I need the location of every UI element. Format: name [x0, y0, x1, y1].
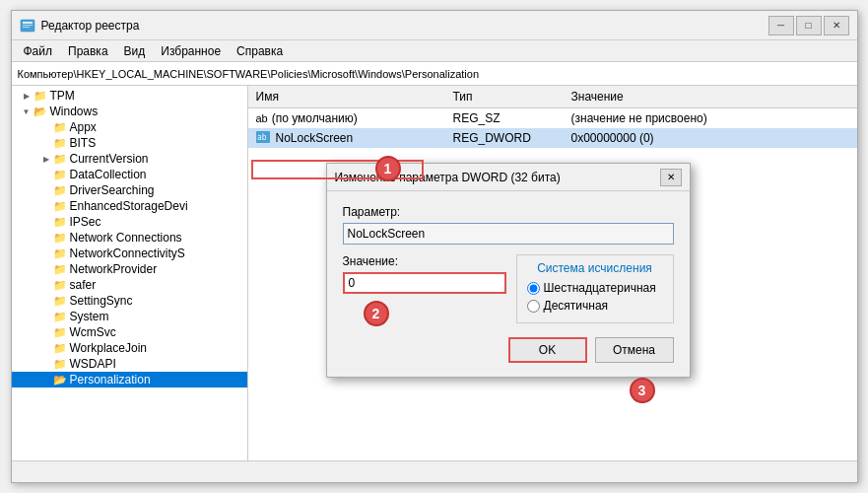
title-bar: Редактор реестра ─ □ ✕	[12, 11, 857, 40]
val-label-nolockscreen: NoLockScreen	[276, 131, 354, 145]
tree-label-dc: DataCollection	[70, 168, 147, 181]
val-label-default: (по умолчанию)	[272, 111, 358, 125]
folder-icon-wpj: 📁	[53, 341, 67, 355]
dialog-value-section: Значение:	[343, 254, 506, 294]
folder-icon-dc: 📁	[53, 168, 67, 181]
expander-tpm: ▶	[20, 92, 33, 101]
val-icon-default: ab	[256, 112, 268, 124]
val-type-nolockscreen: REG_DWORD	[445, 130, 564, 146]
folder-icon-np: 📁	[53, 262, 67, 276]
col-header-name: Имя	[248, 88, 445, 106]
tree-item-driversearching[interactable]: 📁 DriverSearching	[12, 182, 247, 198]
dialog-ok-button[interactable]: OK	[508, 337, 587, 363]
maximize-button[interactable]: □	[796, 16, 822, 35]
svg-rect-2	[23, 25, 33, 26]
folder-icon-ncs: 📁	[53, 246, 67, 260]
folder-icon-ipsec: 📁	[53, 215, 67, 229]
tree-label-safer: safer	[70, 278, 97, 292]
dialog-radio-section: Система исчисления Шестнадцатеричная Дес…	[516, 254, 674, 323]
val-icon-nolockscreen: ab	[256, 131, 272, 145]
tree-label-wsd: WSDAPI	[70, 357, 116, 371]
tree-item-personalization[interactable]: 📂 Personalization	[12, 372, 247, 387]
tree-item-safer[interactable]: 📁 safer	[12, 277, 247, 293]
tree-item-netconn[interactable]: 📁 Network Connections	[12, 230, 247, 246]
folder-icon-sys: 📁	[53, 310, 67, 323]
tree-item-settingsync[interactable]: 📁 SettingSync	[12, 293, 247, 309]
window-title: Редактор реестра	[41, 19, 768, 33]
dialog-cancel-button[interactable]: Отмена	[595, 337, 674, 363]
registry-tree[interactable]: ▶ 📁 TPM ▼ 📂 Windows 📁 Appx	[12, 86, 248, 460]
tree-item-tpm[interactable]: ▶ 📁 TPM	[12, 88, 247, 104]
tree-label-np: NetworkProvider	[70, 262, 158, 276]
menu-view[interactable]: Вид	[116, 42, 154, 60]
tree-item-wsdapi[interactable]: 📁 WSDAPI	[12, 356, 247, 372]
tree-item-wcmsvc[interactable]: 📁 WcmSvc	[12, 324, 247, 340]
close-button[interactable]: ✕	[824, 16, 849, 35]
dialog-param-input	[343, 223, 674, 245]
folder-icon-appx: 📁	[53, 120, 67, 134]
app-icon	[20, 18, 35, 34]
folder-icon-wcm: 📁	[53, 325, 67, 339]
badge-3: 3	[630, 378, 655, 403]
folder-icon-safer: 📁	[53, 278, 67, 292]
badge-1: 1	[375, 156, 401, 181]
badge-2: 2	[364, 301, 389, 326]
svg-rect-3	[23, 27, 30, 28]
window-controls: ─ □ ✕	[768, 16, 849, 35]
tree-label-wpj: WorkplaceJoin	[70, 341, 147, 355]
val-name-nolockscreen: ab NoLockScreen	[248, 130, 445, 146]
minimize-button[interactable]: ─	[768, 16, 794, 35]
dialog-value-label: Значение:	[343, 254, 506, 268]
folder-icon-wsd: 📁	[53, 357, 67, 371]
folder-icon-es: 📁	[53, 199, 67, 213]
folder-icon-tpm: 📁	[33, 89, 47, 103]
dialog-row: Значение: Система исчисления Шестнадцате…	[343, 254, 674, 323]
value-row-default[interactable]: ab (по умолчанию) REG_SZ (значение не пр…	[248, 108, 857, 128]
folder-icon-nc: 📁	[53, 231, 67, 245]
dialog-body: Параметр: Значение: Система исчисления Ш…	[327, 191, 690, 377]
tree-item-appx[interactable]: 📁 Appx	[12, 119, 247, 135]
menu-file[interactable]: Файл	[16, 42, 61, 60]
folder-icon-pers: 📂	[53, 373, 67, 387]
radio-dec-row[interactable]: Десятичная	[527, 299, 663, 313]
radio-dec[interactable]	[527, 300, 540, 313]
tree-item-netprovider[interactable]: 📁 NetworkProvider	[12, 261, 247, 277]
radio-hex[interactable]	[527, 282, 540, 295]
val-value-default: (значение не присвоено)	[564, 110, 857, 126]
val-type-default: REG_SZ	[445, 110, 564, 126]
tree-item-netconnectivity[interactable]: 📁 NetworkConnectivityS	[12, 246, 247, 261]
tree-label-cv: CurrentVersion	[70, 152, 149, 166]
tree-label-pers: Personalization	[70, 373, 151, 387]
tree-item-bits[interactable]: 📁 BITS	[12, 135, 247, 151]
svg-rect-1	[23, 22, 33, 24]
values-header: Имя Тип Значение	[248, 86, 857, 108]
dialog-close-button[interactable]: ✕	[660, 169, 682, 186]
tree-label-sys: System	[70, 310, 109, 323]
radio-hex-row[interactable]: Шестнадцатеричная	[527, 281, 663, 295]
tree-item-datacollection[interactable]: 📁 DataCollection	[12, 167, 247, 182]
tree-item-currentversion[interactable]: ▶ 📁 CurrentVersion	[12, 151, 247, 167]
col-header-type: Тип	[445, 88, 564, 106]
menu-bar: Файл Правка Вид Избранное Справка	[12, 40, 857, 62]
value-row-nolockscreen[interactable]: ab NoLockScreen REG_DWORD 0x00000000 (0)	[248, 128, 857, 148]
tree-item-system[interactable]: 📁 System	[12, 309, 247, 324]
address-bar: Компьютер\HKEY_LOCAL_MACHINE\SOFTWARE\Po…	[12, 62, 857, 86]
tree-item-workplacejoin[interactable]: 📁 WorkplaceJoin	[12, 340, 247, 356]
menu-help[interactable]: Справка	[229, 42, 291, 60]
tree-label-ncs: NetworkConnectivityS	[70, 246, 185, 260]
folder-icon-ds: 📁	[53, 183, 67, 197]
radio-dec-label[interactable]: Десятичная	[544, 299, 609, 313]
radio-hex-label[interactable]: Шестнадцатеричная	[544, 281, 656, 295]
tree-label-appx: Appx	[70, 120, 97, 134]
menu-favorites[interactable]: Избранное	[153, 42, 229, 60]
tree-item-enhancedstorage[interactable]: 📁 EnhancedStorageDevi	[12, 198, 247, 214]
folder-icon-ss: 📁	[53, 294, 67, 308]
tree-label-bits: BITS	[70, 136, 97, 150]
tree-item-ipsec[interactable]: 📁 IPSec	[12, 214, 247, 230]
expander-cv: ▶	[39, 155, 53, 164]
dialog-value-input[interactable]	[343, 272, 506, 294]
svg-text:ab: ab	[257, 133, 267, 142]
menu-edit[interactable]: Правка	[60, 42, 116, 60]
tree-item-windows[interactable]: ▼ 📂 Windows	[12, 104, 247, 119]
folder-icon-bits: 📁	[53, 136, 67, 150]
